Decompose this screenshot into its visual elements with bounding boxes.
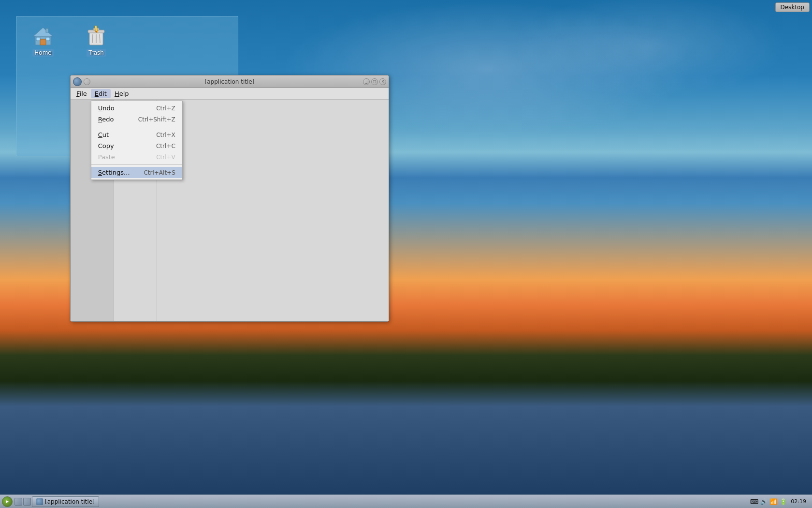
taskbar: ▶ [application title] ⌨ 🔊 📶 🔋 02:19 — [0, 494, 812, 508]
menu-item-settings[interactable]: Settings... Ctrl+Alt+S — [91, 167, 182, 178]
tray-network-icon[interactable]: 📶 — [769, 498, 777, 506]
menu-separator-1 — [91, 127, 182, 127]
settings-shortcut: Ctrl+Alt+S — [144, 169, 175, 176]
svg-rect-5 — [46, 29, 48, 32]
taskbar-btn-1[interactable] — [14, 498, 22, 506]
taskbar-window-icon — [36, 498, 43, 505]
menu-item-cut[interactable]: Cut Ctrl+X — [91, 129, 182, 140]
settings-label: Settings... — [98, 169, 130, 176]
menu-item-copy[interactable]: Copy Ctrl+C — [91, 140, 182, 151]
tray-keyboard-icon[interactable]: ⌨ — [750, 498, 758, 506]
desktop-icons-container: Home — [16, 16, 238, 64]
menu-help-label: Help — [115, 90, 129, 97]
copy-shortcut: Ctrl+C — [156, 143, 175, 149]
taskbar-window-button[interactable]: [application title] — [32, 496, 99, 507]
menu-item-undo[interactable]: Undo Ctrl+Z — [91, 103, 182, 114]
svg-rect-3 — [36, 37, 40, 41]
maximize-button[interactable]: □ — [371, 78, 378, 85]
trash-icon-label: Trash — [87, 49, 106, 57]
menu-edit-label: Edit — [95, 90, 107, 97]
menu-separator-2 — [91, 164, 182, 165]
app-icon — [73, 77, 82, 86]
home-icon — [31, 24, 55, 47]
titlebar-close-button[interactable] — [84, 78, 90, 85]
window-titlebar: [application title] _ □ × — [71, 75, 389, 88]
taskbar-window-label: [application title] — [45, 498, 95, 505]
taskbar-start-button[interactable]: ▶ — [2, 496, 13, 507]
svg-rect-2 — [40, 39, 46, 45]
trash-icon — [85, 24, 108, 47]
menu-edit[interactable]: Edit Undo Ctrl+Z Redo Ctrl+Shift+Z Cut C… — [91, 89, 111, 98]
tray-power-icon[interactable]: 🔋 — [779, 498, 787, 506]
taskbar-btn-2[interactable] — [23, 498, 31, 506]
minimize-button[interactable]: _ — [363, 78, 370, 85]
paste-shortcut: Ctrl+V — [156, 154, 175, 161]
svg-line-9 — [92, 34, 93, 43]
desktop-icon-trash[interactable]: Trash — [77, 24, 116, 57]
menu-bar: File Edit Undo Ctrl+Z Redo Ctrl+Shift+Z … — [71, 88, 389, 100]
home-icon-label: Home — [32, 49, 53, 57]
app-window: [application title] _ □ × File Edit Undo… — [70, 75, 389, 322]
close-button[interactable]: × — [379, 78, 386, 85]
menu-item-redo[interactable]: Redo Ctrl+Shift+Z — [91, 114, 182, 125]
menu-item-paste: Paste Ctrl+V — [91, 151, 182, 163]
menu-help[interactable]: Help — [111, 89, 133, 98]
home-icon-svg — [31, 24, 55, 47]
undo-shortcut: Ctrl+Z — [156, 105, 175, 112]
taskbar-tray: ⌨ 🔊 📶 🔋 02:19 — [750, 498, 810, 506]
desktop-icon-home[interactable]: Home — [24, 24, 62, 57]
menu-file-label: File — [76, 90, 87, 97]
svg-marker-1 — [33, 28, 53, 36]
copy-label: Copy — [98, 142, 114, 149]
menu-file[interactable]: File — [72, 89, 91, 98]
redo-label: Redo — [98, 116, 114, 123]
window-title: [application title] — [205, 78, 255, 85]
redo-shortcut: Ctrl+Shift+Z — [138, 116, 175, 123]
tray-volume-icon[interactable]: 🔊 — [760, 498, 768, 506]
desktop-button[interactable]: Desktop — [775, 2, 810, 12]
edit-dropdown-menu: Undo Ctrl+Z Redo Ctrl+Shift+Z Cut Ctrl+X… — [91, 101, 183, 180]
svg-line-11 — [100, 34, 100, 43]
taskbar-clock: 02:19 — [789, 498, 808, 505]
cut-label: Cut — [98, 131, 109, 138]
start-icon: ▶ — [6, 499, 9, 504]
trash-icon-svg — [85, 24, 108, 47]
svg-rect-4 — [46, 37, 50, 41]
cut-shortcut: Ctrl+X — [156, 132, 175, 138]
undo-label: Undo — [98, 105, 115, 112]
window-controls: _ □ × — [363, 78, 386, 85]
paste-label: Paste — [98, 153, 115, 161]
